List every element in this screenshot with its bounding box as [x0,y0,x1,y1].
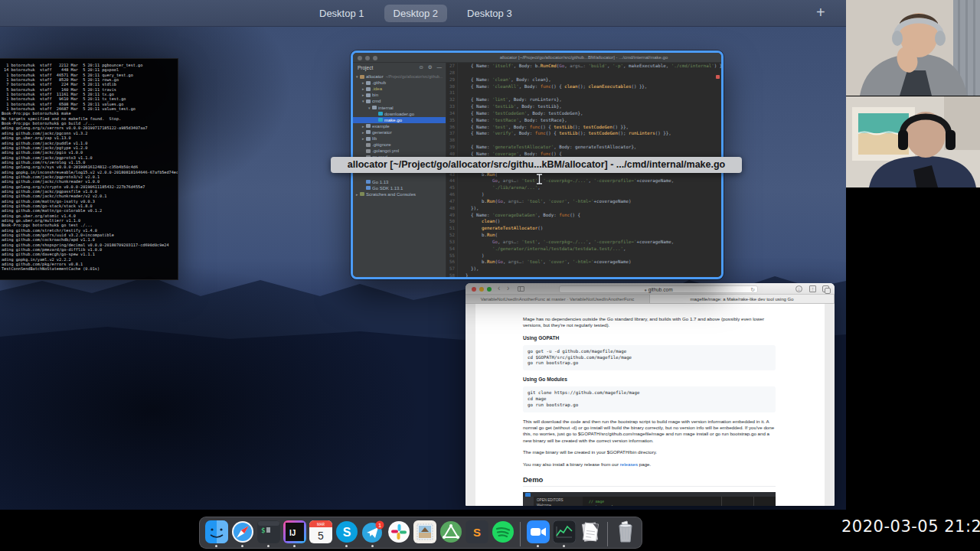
browser-window[interactable]: ‹ › ●github.com ↻ ↓ ↑ VariableNotUsedInA… [466,283,835,506]
demo-video-thumbnail[interactable]: OPEN EDITORS Welcome file.go // mage pac… [523,492,776,506]
project-panel-toolbar-icons[interactable]: ⊙ ⚙ — [420,64,443,70]
timestamp-overlay: 2020-03-05 21:27:3 [841,517,980,536]
line-number: 51 [446,225,458,232]
releases-link[interactable]: releases [620,461,638,467]
maximize-icon[interactable] [373,56,377,60]
dock-notes-icon[interactable] [578,520,602,547]
code-text [458,90,460,96]
spaces-list: Desktop 1Desktop 2Desktop 3 [310,0,521,27]
dock-separator [607,522,608,546]
dock-mail-icon[interactable] [413,520,436,547]
dock-activity-graph-app-icon[interactable] [552,520,576,547]
dock-spotify-icon[interactable] [491,520,514,547]
tree-item-downloader-go[interactable]: downloader.go [353,111,446,117]
dock-safari-icon[interactable] [230,520,254,547]
tree-item-generator[interactable]: ▸generator [353,129,446,135]
svg-text:S: S [472,526,480,539]
line-number: 29 [446,77,458,83]
project-tree: ▾allocator~/Project/go/allocator/src/git… [353,73,446,277]
line-number: 57 [446,266,458,272]
maximize-icon[interactable] [487,287,492,292]
tree-item-example[interactable]: ▸example [353,123,446,129]
minimize-icon[interactable] [365,56,370,60]
tree-item-label: downloader.go [384,112,414,116]
downloads-icon[interactable]: ↓ [795,285,802,292]
code-text [458,137,460,144]
code-line: 45 './lib/arena/...', [446,184,721,191]
tree-item-cmd[interactable]: ▾cmd [353,98,446,104]
space-desktop-1[interactable]: Desktop 1 [310,5,374,22]
line-number: 35 [446,117,458,124]
dock: $IJMAR5S1S [199,517,642,549]
address-bar[interactable]: ●github.com ↻ [559,285,758,293]
code-line: 47 b.Run(Go, args…: 'tool', 'cover', '-h… [446,198,721,205]
terminal-window[interactable]: 1 botorozhuk staff 2212 Mar 5 20:11 pgbo… [0,58,178,280]
tree-item-internal[interactable]: ▾internal [353,105,446,111]
demo-pane-divider [753,497,754,506]
tree-item-lib[interactable]: ▸lib [353,135,446,142]
code-text: b.Run(Go, args…: 'tool', 'cover', '-html… [458,259,631,266]
screen: 1 botorozhuk staff 2212 Mar 5 20:11 pgbo… [0,0,980,551]
dock-finder-icon[interactable] [204,520,228,547]
code-line: 57 }), [446,266,721,272]
folder-icon [366,137,371,141]
tree-item-make-go[interactable]: make.go [353,117,446,123]
dock-terminal-icon[interactable]: $ [256,520,280,547]
tree-item-allocator[interactable]: ▾allocator~/Project/go/allocator/src/git… [353,73,446,80]
ide-window-title: allocator [~/Project/go/allocator/src/gi… [451,55,717,60]
space-desktop-3[interactable]: Desktop 3 [458,5,521,22]
bottom-strip: $IJMAR5S1S [0,510,980,551]
code-text: './generator/internal/testdata/testdata.… [458,246,626,253]
dock-skype-icon[interactable]: S [335,520,358,547]
forward-icon[interactable]: › [507,284,509,292]
tree-item-go-1-13[interactable]: Go 1.13 [353,179,446,185]
tree-item-go-sdk-1-13-1[interactable]: Go SDK 1.13.1 [353,185,446,191]
running-indicator [293,545,296,547]
svg-text:MAR: MAR [317,523,325,527]
code-text: { Name: 'cleanAll', Body: func() { clean… [458,83,647,90]
code-text: Go, args…: 'test', '-coverpkg=./...', '-… [458,178,674,184]
tree-item-bin[interactable]: ▸bin [353,92,446,98]
line-number: 50 [446,218,458,225]
close-icon[interactable] [358,56,362,60]
dock-slack-icon[interactable] [387,520,410,547]
running-indicator [537,545,539,547]
code-text: { Name: 'verify', Body: func() { testLib… [458,130,671,137]
tree-item-scratches-and-consoles[interactable]: ▸Scratches and Consoles [353,191,446,197]
dock-telegram-icon[interactable]: 1 [361,520,384,547]
tree-item--golangci-yml[interactable]: .golangci.yml [353,148,446,154]
dock-intellij-idea-icon[interactable]: IJ [283,520,306,547]
share-icon[interactable]: ↑ [809,285,816,292]
code-text: ) [458,253,484,259]
gofile-icon [378,118,383,122]
line-number: 47 [446,198,458,205]
code-text: b.Run( [458,232,498,239]
tree-item--idea[interactable]: ▸.idea [353,86,446,92]
close-icon[interactable] [472,287,476,292]
webcam-participant-1 [846,0,980,96]
project-panel-title: Project [358,65,373,70]
tab-github-repo[interactable]: VariableNotUsedInAnotherFunc at master ·… [466,295,650,303]
dock-zoom-icon[interactable] [526,520,550,547]
dock-green-graph-app-icon[interactable] [439,520,462,547]
refresh-icon[interactable]: ↻ [750,286,755,293]
add-desktop-button[interactable]: + [816,4,825,21]
minimize-icon[interactable] [479,287,484,292]
back-icon[interactable]: ‹ [498,284,500,292]
tree-item--gitignore[interactable]: .gitignore [353,142,446,148]
dock-calendar-icon[interactable]: MAR5 [309,520,332,547]
dock-sublime-text-icon[interactable]: S [465,520,488,547]
browser-content[interactable]: Mage has no dependencies outside the Go … [466,304,835,506]
tree-item--github[interactable]: ▸.github [353,80,446,86]
space-desktop-2[interactable]: Desktop 2 [384,5,448,22]
lib-icon [366,186,371,190]
tree-item-path: ~/Project/go/allocator/src/github... [386,74,443,79]
tab-mage-repo[interactable]: magefile/mage: a Make/rake-like dev tool… [650,295,835,303]
code-line: 34 { Name: 'testCodeGen', Body: testCode… [446,110,721,117]
sidebar-icon[interactable] [518,286,524,292]
tab-overview-icon[interactable] [822,285,829,292]
page-margin [466,304,475,506]
dock-trash-icon[interactable] [613,520,637,547]
project-panel-header[interactable]: Project ⊙ ⚙ — [353,63,446,73]
code-line: 35 { Name: 'testRace', Body: testRace}, [446,117,721,124]
